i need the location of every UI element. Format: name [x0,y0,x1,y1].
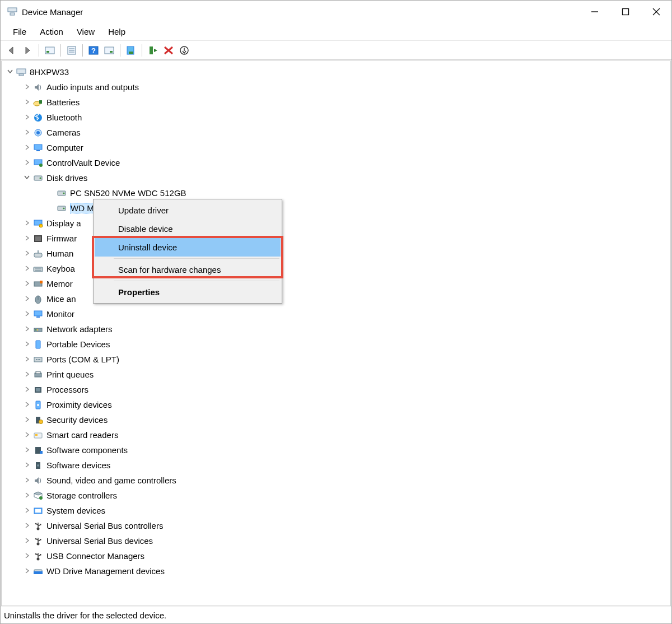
tree-category[interactable]: Audio inputs and outputs [2,80,670,95]
help-button[interactable]: ? [86,43,101,58]
expander-icon[interactable] [5,69,15,76]
tree-category[interactable]: Smart card readers [2,427,670,443]
tree-category[interactable]: USB Connector Managers [2,548,670,564]
close-button[interactable] [641,1,671,23]
tree-category-label: ControlVault Device [46,158,120,167]
svg-point-36 [63,192,65,194]
tree-category[interactable]: Monitor [2,306,670,322]
tree-category[interactable]: Bluetooth [2,110,670,125]
update-driver-button[interactable] [124,43,138,58]
expander-icon[interactable] [22,311,32,318]
expander-icon[interactable] [22,417,32,423]
tree-category[interactable]: WD Drive Management devices [2,564,670,579]
expander-icon[interactable] [22,281,32,287]
expander-icon[interactable] [22,84,32,91]
expander-icon[interactable] [22,145,32,151]
tree-category[interactable]: Cameras [2,125,670,140]
tree-category[interactable]: Portable Devices [2,337,670,352]
tree-category-label: Network adapters [46,324,113,334]
show-hidden-button[interactable] [43,43,57,58]
expander-icon[interactable] [22,386,32,393]
expander-icon[interactable] [22,447,32,454]
properties-button[interactable] [64,43,79,58]
tree-category[interactable]: System devices [2,503,670,518]
tree-category[interactable]: Universal Serial Bus controllers [2,518,670,533]
tree-root[interactable]: 8HXPW33 [2,64,670,80]
tree-category[interactable]: Universal Serial Bus devices [2,533,670,548]
tree-category[interactable]: Ports (COM & LPT) [2,352,670,367]
context-menu-item[interactable]: Disable device [95,220,281,238]
tree-category-label: Display a [46,218,81,228]
tree-category[interactable]: Network adapters [2,322,670,337]
maximize-button[interactable] [610,1,641,23]
svg-rect-22 [17,69,26,73]
tree-category-label: Ports (COM & LPT) [46,355,119,364]
smartcard-icon [32,430,44,441]
context-menu-item[interactable]: Properties [95,283,281,301]
svg-rect-57 [36,341,40,348]
tree-category[interactable]: Computer [2,140,670,155]
expander-icon[interactable] [22,523,32,529]
context-menu-item[interactable]: Scan for hardware changes [95,260,281,279]
enable-device-button[interactable] [146,43,160,58]
expander-icon[interactable] [22,402,32,408]
tree-category[interactable]: Software components [2,443,670,458]
tree-category[interactable]: ControlVault Device [2,155,670,170]
menu-file[interactable]: File [6,25,33,39]
tree-category[interactable]: Sound, video and game controllers [2,473,670,488]
expander-icon[interactable] [22,296,32,302]
tree-category[interactable]: Disk drives [2,170,670,185]
expander-icon[interactable] [22,507,32,514]
tree-category-label: Smart card readers [46,430,118,440]
context-menu-item[interactable]: Uninstall device [95,238,281,257]
tree-device-label: PC SN520 NVMe WDC 512GB [70,188,186,198]
expander-icon[interactable] [22,235,32,242]
svg-rect-45 [34,267,43,272]
tree-category[interactable]: Proximity devices [2,397,670,412]
tree-category[interactable]: Storage controllers [2,488,670,503]
usb-icon [32,535,44,547]
storage-icon [32,490,44,501]
menu-view[interactable]: View [70,25,101,39]
expander-icon[interactable] [22,129,32,136]
tree-category[interactable]: Print queues [2,367,670,382]
device-tree[interactable]: 8HXPW33 Audio inputs and outputsBatterie… [1,60,671,606]
usb-icon [32,520,44,532]
expander-icon[interactable] [22,371,32,378]
tree-device[interactable]: PC SN520 NVMe WDC 512GB [2,185,670,201]
tree-category[interactable]: Processors [2,382,670,397]
forward-button[interactable] [21,43,35,58]
expander-icon[interactable] [22,356,32,363]
expander-icon[interactable] [22,553,32,560]
uninstall-device-button[interactable] [161,43,176,58]
expander-icon[interactable] [22,492,32,499]
svg-point-34 [40,177,41,179]
tree-category[interactable]: Software devices [2,458,670,473]
expander-icon[interactable] [22,266,32,272]
tree-category[interactable]: Security devices [2,412,670,427]
expander-icon[interactable] [22,99,32,106]
minimize-button[interactable] [579,1,610,23]
svg-point-67 [37,404,39,406]
expander-icon[interactable] [22,432,32,439]
svg-point-38 [63,207,65,209]
tree-category[interactable]: Batteries [2,95,670,110]
menu-action[interactable]: Action [33,25,70,39]
disable-device-button[interactable] [177,43,192,58]
context-menu-item[interactable]: Update driver [95,201,281,220]
expander-icon[interactable] [22,160,32,166]
expander-icon[interactable] [22,220,32,227]
menu-help[interactable]: Help [101,25,132,39]
expander-icon[interactable] [22,250,32,257]
expander-icon[interactable] [22,538,32,544]
scan-button[interactable] [102,43,116,58]
svg-rect-90 [40,554,41,556]
expander-icon[interactable] [22,114,32,121]
expander-icon[interactable] [22,326,32,333]
expander-icon[interactable] [22,175,32,181]
expander-icon[interactable] [22,477,32,484]
expander-icon[interactable] [22,341,32,348]
back-button[interactable] [5,43,20,58]
expander-icon[interactable] [22,568,32,575]
expander-icon[interactable] [22,462,32,469]
